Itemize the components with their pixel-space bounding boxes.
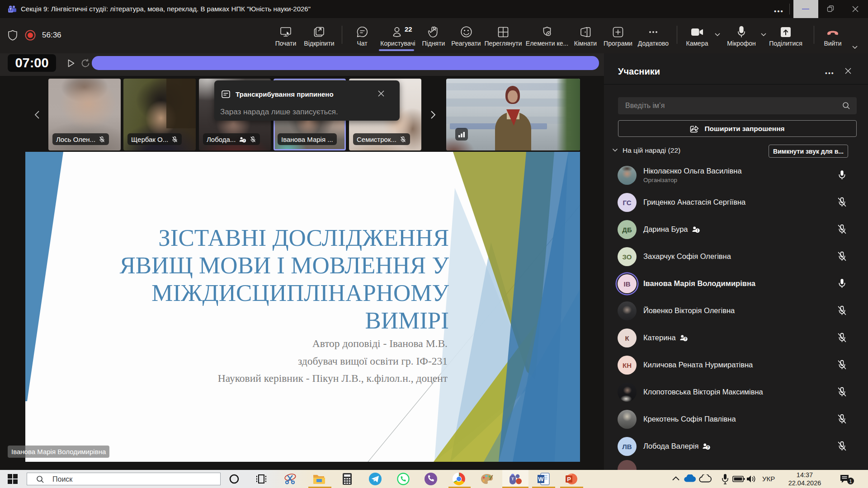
svg-text:W: W	[538, 476, 544, 483]
svg-text:T: T	[10, 8, 12, 11]
svg-text:?: ?	[243, 139, 245, 142]
svg-text:!: !	[697, 228, 698, 233]
svg-text:?: ?	[707, 445, 709, 450]
svg-text:T: T	[511, 477, 514, 481]
svg-text:P: P	[567, 476, 571, 483]
svg-text:?: ?	[684, 337, 686, 341]
